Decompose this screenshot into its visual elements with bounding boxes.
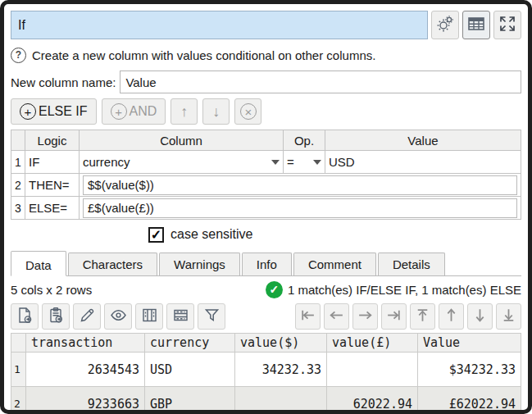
last-column-button[interactable]: [381, 303, 407, 330]
add-and-button[interactable]: + AND: [102, 98, 166, 125]
col-header-currency[interactable]: currency: [145, 334, 235, 353]
op-select-value: =: [287, 155, 294, 169]
logic-cell-else: ELSE=: [25, 197, 80, 220]
up-arrow-icon: ↑: [180, 103, 188, 121]
export-file-button[interactable]: [11, 303, 39, 330]
logic-table: Logic Column Op. Value 1 IF currency = U…: [11, 130, 521, 220]
logic-corner-cell: [11, 130, 25, 151]
preview-button[interactable]: [104, 303, 132, 330]
add-else-if-label: ELSE IF: [39, 104, 88, 119]
cell-value-dollar[interactable]: 34232.33: [235, 353, 327, 387]
cell-currency[interactable]: GBP: [145, 387, 235, 414]
edit-button[interactable]: [73, 303, 101, 330]
description-text: Create a new column with values conditio…: [32, 48, 375, 62]
output-tabs: Data Characters Warnings Info Comment De…: [11, 251, 521, 276]
description-row: ? Create a new column with values condit…: [11, 45, 521, 65]
rows-icon: [172, 307, 189, 327]
arrow-down-icon: [471, 307, 489, 327]
cell-transaction[interactable]: 2634543: [26, 353, 145, 387]
col-header-value-dollar[interactable]: value($): [235, 334, 327, 353]
delete-row-button[interactable]: ×: [234, 98, 261, 125]
last-row-button[interactable]: [496, 303, 521, 330]
row-number: 2: [11, 174, 25, 197]
add-else-if-button[interactable]: + ELSE IF: [11, 98, 97, 125]
logic-row-then: 2 THEN= $$(value($)): [11, 174, 521, 197]
op-select[interactable]: =: [284, 151, 325, 174]
logic-cell-then: THEN=: [25, 174, 80, 197]
plus-circle-icon: +: [20, 103, 36, 120]
move-up-button[interactable]: ↑: [171, 98, 198, 125]
tab-comment[interactable]: Comment: [293, 252, 376, 275]
eye-icon: [110, 307, 127, 327]
op-col-header: Op.: [284, 130, 325, 151]
cell-value-pound[interactable]: [327, 353, 418, 387]
row-number[interactable]: 1: [11, 353, 26, 387]
transform-name-input[interactable]: [11, 11, 428, 39]
tab-info[interactable]: Info: [242, 252, 292, 275]
arrow-right-icon: [357, 307, 374, 327]
prev-row-button[interactable]: [439, 303, 464, 330]
table-row: 1 2634543 USD 34232.33 $34232.33: [11, 353, 521, 387]
else-expression-cell: £$(value(£)): [80, 197, 521, 220]
new-column-row: New column name:: [11, 71, 521, 93]
cell-value[interactable]: £62022.94: [418, 387, 521, 414]
table-icon: [467, 15, 485, 36]
prev-column-button[interactable]: [324, 303, 349, 330]
case-sensitive-label: case sensitive: [171, 227, 253, 242]
maximize-button[interactable]: [493, 11, 521, 39]
cell-value-dollar[interactable]: [235, 387, 327, 414]
copy-clipboard-icon: [48, 307, 65, 327]
else-expression-input[interactable]: £$(value(£)): [83, 198, 517, 218]
move-down-button[interactable]: ↓: [202, 98, 230, 125]
data-corner-cell: [11, 334, 26, 353]
col-header-transaction[interactable]: transaction: [26, 334, 145, 353]
cell-value[interactable]: $34232.33: [418, 353, 521, 387]
help-icon[interactable]: ?: [11, 48, 26, 63]
add-and-label: AND: [130, 104, 157, 119]
cell-transaction[interactable]: 9233663: [26, 387, 145, 414]
tab-data[interactable]: Data: [11, 251, 66, 276]
value-cell[interactable]: USD: [325, 151, 521, 174]
columns-button[interactable]: [135, 303, 163, 330]
settings-button[interactable]: [431, 11, 459, 39]
arrow-left-icon: [328, 307, 345, 327]
arrow-right-bar-icon: [385, 307, 402, 327]
condition-actions: + ELSE IF + AND ↑ ↓ ×: [11, 98, 521, 125]
show-table-button[interactable]: [462, 11, 490, 39]
new-column-name-input[interactable]: [120, 71, 521, 93]
cell-currency[interactable]: USD: [145, 353, 235, 387]
logic-col-header: Logic: [25, 130, 80, 151]
cell-value-pound[interactable]: 62022.94: [327, 387, 418, 414]
case-sensitive-checkbox[interactable]: ✓: [148, 227, 164, 243]
arrow-down-bar-icon: [500, 307, 517, 327]
rows-button[interactable]: [166, 303, 194, 330]
first-column-button[interactable]: [295, 303, 321, 330]
tab-details[interactable]: Details: [378, 252, 445, 275]
first-row-button[interactable]: [410, 303, 435, 330]
table-row: 2 9233663 GBP 62022.94 £62022.94: [11, 387, 521, 414]
data-header-row: transaction currency value($) value(£) V…: [11, 334, 521, 353]
dialog-header: [11, 11, 521, 39]
tab-characters[interactable]: Characters: [68, 252, 157, 275]
column-col-header: Column: [80, 130, 284, 151]
col-header-value[interactable]: Value: [418, 334, 521, 353]
new-column-label: New column name:: [11, 75, 120, 89]
tab-warnings[interactable]: Warnings: [159, 252, 240, 275]
data-preview-table: transaction currency value($) value(£) V…: [11, 333, 521, 414]
export-file-icon: [16, 307, 34, 327]
next-column-button[interactable]: [352, 303, 378, 330]
logic-row-else: 3 ELSE= £$(value(£)): [11, 197, 521, 220]
success-check-icon: ✓: [266, 281, 283, 298]
pencil-icon: [79, 307, 96, 327]
next-row-button[interactable]: [467, 303, 493, 330]
filter-button[interactable]: [198, 303, 225, 330]
column-select[interactable]: currency: [80, 151, 284, 174]
down-arrow-icon: ↓: [212, 103, 220, 121]
case-sensitive-row: ✓ case sensitive: [148, 225, 521, 244]
chevron-down-icon: [313, 160, 321, 165]
col-header-value-pound[interactable]: value(£): [327, 334, 418, 353]
then-expression-input[interactable]: $$(value($)): [83, 175, 517, 195]
toolbar-nav-group: [295, 303, 521, 330]
copy-clipboard-button[interactable]: [42, 303, 70, 330]
row-number[interactable]: 2: [11, 387, 26, 414]
